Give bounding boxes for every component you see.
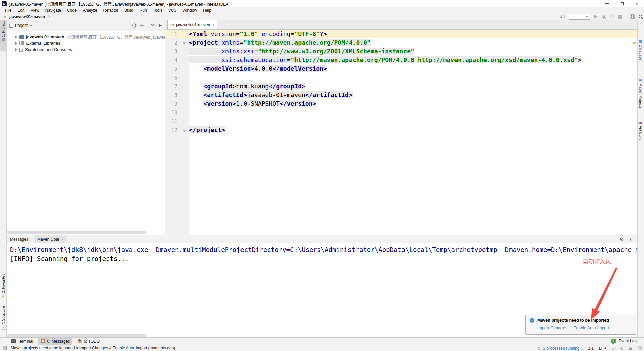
- project-view-dropdown-icon[interactable]: [30, 25, 32, 26]
- console-output[interactable]: D:\Environment\jdk8\jdk\bin\java.exe -Dm…: [7, 243, 637, 263]
- toolwindow-todo[interactable]: 6: TODO: [75, 338, 102, 345]
- panel-toolbar-separator: [147, 23, 147, 28]
- restore-layout-icon[interactable]: [630, 14, 635, 19]
- tool-stripe-database[interactable]: Database: [637, 39, 644, 69]
- messages-label: Messages:: [10, 237, 30, 242]
- enable-auto-import-link[interactable]: Enable Auto-Import: [573, 325, 609, 330]
- code-line-11: 11: [165, 117, 637, 126]
- menu-tools[interactable]: Tools: [150, 8, 165, 13]
- project-horizontal-scrollbar[interactable]: [7, 231, 146, 234]
- file-encoding[interactable]: UTF-8: [612, 346, 623, 351]
- tool-stripe-maven-projects[interactable]: m Maven Projects: [637, 76, 644, 116]
- tool-stripe-project[interactable]: 1: Project: [0, 20, 7, 51]
- maven-file-icon: m: [170, 22, 174, 28]
- search-everywhere-icon[interactable]: [638, 14, 643, 19]
- menu-help[interactable]: Help: [200, 8, 214, 13]
- messages-tab-bar: Messages: Maven Goal ×: [7, 235, 637, 243]
- close-button[interactable]: ×: [629, 0, 644, 7]
- code-line-1: 1<?xml version="1.0" encoding="UTF-8"?>: [165, 30, 637, 38]
- maven-goal-tab[interactable]: Maven Goal ×: [34, 235, 67, 243]
- menu-vcs[interactable]: VCS: [165, 8, 180, 13]
- code-line-9: 9 <version>1.0-SNAPSHOT</version>: [165, 99, 637, 108]
- tool-window-bar: Terminal 0: Messages 6: TODO: [0, 337, 644, 345]
- line-ending-selector[interactable]: LF: [599, 346, 606, 351]
- fold-marker-icon[interactable]: [180, 126, 189, 134]
- toolwindow-toggle-icon[interactable]: [3, 346, 7, 350]
- expand-chevron-icon[interactable]: [15, 36, 17, 38]
- run-button[interactable]: [594, 15, 598, 19]
- settings-gear-icon[interactable]: [619, 237, 625, 242]
- locate-file-icon[interactable]: [132, 23, 137, 28]
- console-horizontal-scrollbar[interactable]: [7, 334, 146, 337]
- info-icon: i: [530, 318, 534, 323]
- hide-tool-window-icon[interactable]: [629, 237, 633, 241]
- scrollbar-warning-marker: [633, 42, 636, 44]
- run-configuration-select[interactable]: [569, 14, 590, 20]
- editor-tab-pom[interactable]: m javaweb-01-maven ×: [167, 20, 217, 29]
- event-log-label: Event Log: [619, 339, 637, 343]
- menu-refactor[interactable]: Refactor: [100, 8, 121, 13]
- menu-view[interactable]: View: [28, 8, 42, 13]
- tool-stripe-structure[interactable]: 7: Structure: [0, 305, 7, 335]
- tree-item-label: External Libraries: [26, 41, 60, 46]
- tree-item-scratches[interactable]: Scratches and Consoles: [7, 46, 165, 53]
- line-number: 12: [165, 126, 180, 135]
- line-number: 7: [165, 82, 180, 91]
- menu-run[interactable]: Run: [137, 8, 150, 13]
- expand-chevron-icon[interactable]: [15, 48, 17, 51]
- caret-position[interactable]: 1:1: [588, 346, 594, 351]
- tool-stripe-favorites[interactable]: 2: Favorites ★: [0, 272, 7, 301]
- menu-navigate[interactable]: Navigate: [42, 8, 64, 13]
- debug-button[interactable]: [601, 14, 606, 19]
- toolwindow-terminal[interactable]: Terminal: [9, 338, 36, 345]
- favorites-stripe-label: 2: Favorites: [1, 274, 5, 293]
- menu-edit[interactable]: Edit: [14, 8, 28, 13]
- line-number: 10: [165, 108, 180, 117]
- editor-body[interactable]: 1<?xml version="1.0" encoding="UTF-8"?>2…: [165, 30, 637, 235]
- status-message[interactable]: Maven projects need to be imported // Im…: [11, 346, 175, 350]
- code-line-7: 7 <groupId>com.kuang</groupId>: [165, 82, 637, 91]
- console-line: D:\Environment\jdk8\jdk\bin\java.exe -Dm…: [10, 245, 637, 254]
- line-number: 9: [165, 100, 180, 108]
- code-line-6: 6: [165, 73, 637, 82]
- collapse-all-icon[interactable]: [140, 23, 144, 28]
- menu-analyze[interactable]: Analyze: [80, 8, 100, 13]
- hector-inspection-icon[interactable]: [638, 346, 642, 350]
- settings-gear-icon[interactable]: [150, 23, 156, 28]
- maximize-button[interactable]: [614, 0, 629, 7]
- download-sources-icon[interactable]: 011001: [560, 15, 565, 19]
- database-stripe-label: Database: [639, 45, 643, 60]
- menu-build[interactable]: Build: [121, 8, 137, 13]
- import-changes-link[interactable]: Import Changes: [537, 325, 567, 330]
- tool-stripe-ant-build[interactable]: Ant Build: [637, 121, 644, 151]
- hide-panel-icon[interactable]: [159, 23, 163, 28]
- menu-window[interactable]: Window: [179, 8, 200, 13]
- annotation-text: 自动导入包: [583, 257, 611, 265]
- processes-running-link[interactable]: 2 processes running...: [543, 346, 583, 351]
- line-number: 2: [165, 39, 180, 47]
- fold-marker-icon[interactable]: [180, 38, 189, 47]
- code-line-3: 3 xmlns:xsi="http://www.w3.org/2001/XMLS…: [165, 47, 637, 56]
- line-number: 11: [165, 117, 180, 126]
- toolwindow-messages[interactable]: 0: Messages: [38, 338, 72, 345]
- lock-icon[interactable]: [629, 346, 632, 350]
- maven-import-notification: i Maven projects need to be imported Imp…: [525, 315, 636, 335]
- menu-code[interactable]: Code: [64, 8, 80, 13]
- event-log-button[interactable]: 1 Event Log: [611, 337, 637, 345]
- expand-chevron-icon[interactable]: [15, 42, 17, 45]
- tree-item-external-libraries[interactable]: External Libraries: [7, 40, 165, 46]
- tree-item-project-root[interactable]: javaweb-01-maven F:\班级管理\西开 【19525】\2、代码…: [7, 34, 165, 40]
- project-panel-title[interactable]: Project: [15, 23, 28, 28]
- minimize-button[interactable]: [600, 0, 614, 7]
- stop-button[interactable]: [618, 15, 622, 19]
- code-line-5: 5 <modelVersion>4.0.0</modelVersion>: [165, 64, 637, 73]
- breadcrumb-chevron-icon: [47, 15, 50, 18]
- code-line-8: 8 <artifactId>javaweb-01-maven</artifact…: [165, 91, 637, 99]
- code-line-10: 10: [165, 108, 637, 117]
- menu-file[interactable]: File: [2, 8, 14, 13]
- messages-icon: [41, 339, 45, 343]
- tab-close-icon[interactable]: ×: [212, 22, 214, 27]
- tab-close-icon[interactable]: ×: [61, 237, 64, 242]
- run-with-coverage-button[interactable]: [610, 14, 614, 19]
- breadcrumb-project[interactable]: javaweb-01-maven: [9, 14, 45, 19]
